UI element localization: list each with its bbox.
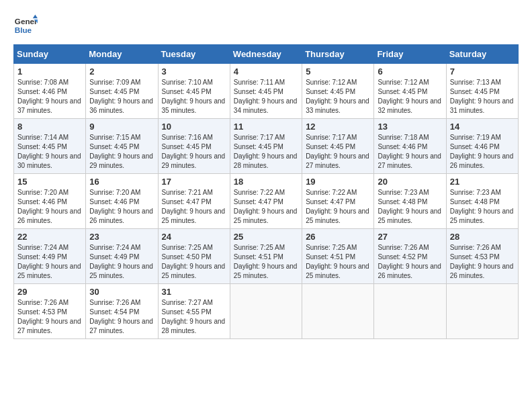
cell-text: Sunrise: 7:24 AM Sunset: 4:49 PM Dayligh… xyxy=(89,243,154,281)
cell-text: Sunrise: 7:12 AM Sunset: 4:45 PM Dayligh… xyxy=(378,78,442,116)
day-number: 9 xyxy=(89,122,154,132)
cell-text: Sunrise: 7:22 AM Sunset: 4:47 PM Dayligh… xyxy=(234,188,298,226)
day-number: 30 xyxy=(89,287,154,297)
cell-text: Sunrise: 7:12 AM Sunset: 4:45 PM Dayligh… xyxy=(306,78,370,116)
day-number: 24 xyxy=(162,232,226,242)
cell-text: Sunrise: 7:26 AM Sunset: 4:53 PM Dayligh… xyxy=(450,243,515,281)
cell-text: Sunrise: 7:17 AM Sunset: 4:45 PM Dayligh… xyxy=(234,133,298,171)
cell-text: Sunrise: 7:25 AM Sunset: 4:50 PM Dayligh… xyxy=(162,243,226,281)
week-row-5: 29 Sunrise: 7:26 AM Sunset: 4:53 PM Dayl… xyxy=(14,284,519,339)
day-number: 12 xyxy=(306,122,370,132)
day-number: 18 xyxy=(234,177,298,187)
cell-text: Sunrise: 7:15 AM Sunset: 4:45 PM Dayligh… xyxy=(89,133,154,171)
logo: General Blue xyxy=(13,13,38,38)
day-number: 17 xyxy=(162,177,226,187)
day-cell: 27 Sunrise: 7:26 AM Sunset: 4:52 PM Dayl… xyxy=(374,229,446,284)
day-number: 4 xyxy=(234,66,298,77)
day-cell: 11 Sunrise: 7:17 AM Sunset: 4:45 PM Dayl… xyxy=(230,119,302,174)
day-cell: 20 Sunrise: 7:23 AM Sunset: 4:48 PM Dayl… xyxy=(374,174,446,229)
day-cell: 13 Sunrise: 7:18 AM Sunset: 4:46 PM Dayl… xyxy=(374,119,446,174)
cell-text: Sunrise: 7:27 AM Sunset: 4:55 PM Dayligh… xyxy=(162,298,226,336)
cell-text: Sunrise: 7:23 AM Sunset: 4:48 PM Dayligh… xyxy=(378,188,442,226)
cell-text: Sunrise: 7:25 AM Sunset: 4:51 PM Dayligh… xyxy=(306,243,370,281)
header-cell-thursday: Thursday xyxy=(302,45,374,64)
day-number: 21 xyxy=(450,177,515,187)
day-cell: 4 Sunrise: 7:11 AM Sunset: 4:45 PM Dayli… xyxy=(230,64,302,119)
day-cell: 18 Sunrise: 7:22 AM Sunset: 4:47 PM Dayl… xyxy=(230,174,302,229)
cell-text: Sunrise: 7:24 AM Sunset: 4:49 PM Dayligh… xyxy=(17,243,82,281)
day-cell: 7 Sunrise: 7:13 AM Sunset: 4:45 PM Dayli… xyxy=(446,64,518,119)
day-number: 25 xyxy=(234,232,298,242)
logo-icon: General Blue xyxy=(13,13,38,38)
day-cell: 16 Sunrise: 7:20 AM Sunset: 4:46 PM Dayl… xyxy=(86,174,158,229)
day-cell: 25 Sunrise: 7:25 AM Sunset: 4:51 PM Dayl… xyxy=(230,229,302,284)
cell-text: Sunrise: 7:26 AM Sunset: 4:53 PM Dayligh… xyxy=(17,298,82,336)
day-number: 1 xyxy=(17,66,82,77)
header-cell-sunday: Sunday xyxy=(14,45,86,64)
day-number: 7 xyxy=(450,66,515,77)
day-cell: 29 Sunrise: 7:26 AM Sunset: 4:53 PM Dayl… xyxy=(14,284,86,339)
day-cell xyxy=(446,284,518,339)
week-row-1: 1 Sunrise: 7:08 AM Sunset: 4:46 PM Dayli… xyxy=(14,64,519,119)
week-row-2: 8 Sunrise: 7:14 AM Sunset: 4:45 PM Dayli… xyxy=(14,119,519,174)
day-cell: 28 Sunrise: 7:26 AM Sunset: 4:53 PM Dayl… xyxy=(446,229,518,284)
header-cell-saturday: Saturday xyxy=(446,45,518,64)
day-number: 11 xyxy=(234,122,298,132)
header-cell-tuesday: Tuesday xyxy=(158,45,230,64)
cell-text: Sunrise: 7:10 AM Sunset: 4:45 PM Dayligh… xyxy=(162,78,226,116)
day-cell: 21 Sunrise: 7:23 AM Sunset: 4:48 PM Dayl… xyxy=(446,174,518,229)
day-cell: 2 Sunrise: 7:09 AM Sunset: 4:45 PM Dayli… xyxy=(86,64,158,119)
day-cell: 24 Sunrise: 7:25 AM Sunset: 4:50 PM Dayl… xyxy=(158,229,230,284)
day-cell: 23 Sunrise: 7:24 AM Sunset: 4:49 PM Dayl… xyxy=(86,229,158,284)
day-cell: 5 Sunrise: 7:12 AM Sunset: 4:45 PM Dayli… xyxy=(302,64,374,119)
day-cell: 17 Sunrise: 7:21 AM Sunset: 4:47 PM Dayl… xyxy=(158,174,230,229)
day-number: 16 xyxy=(89,177,154,187)
week-row-4: 22 Sunrise: 7:24 AM Sunset: 4:49 PM Dayl… xyxy=(14,229,519,284)
day-number: 15 xyxy=(17,177,82,187)
cell-text: Sunrise: 7:13 AM Sunset: 4:45 PM Dayligh… xyxy=(450,78,515,116)
cell-text: Sunrise: 7:11 AM Sunset: 4:45 PM Dayligh… xyxy=(234,78,298,116)
cell-text: Sunrise: 7:23 AM Sunset: 4:48 PM Dayligh… xyxy=(450,188,515,226)
cell-text: Sunrise: 7:17 AM Sunset: 4:45 PM Dayligh… xyxy=(306,133,370,171)
day-cell: 9 Sunrise: 7:15 AM Sunset: 4:45 PM Dayli… xyxy=(86,119,158,174)
day-cell: 12 Sunrise: 7:17 AM Sunset: 4:45 PM Dayl… xyxy=(302,119,374,174)
week-row-3: 15 Sunrise: 7:20 AM Sunset: 4:46 PM Dayl… xyxy=(14,174,519,229)
day-number: 28 xyxy=(450,232,515,242)
cell-text: Sunrise: 7:08 AM Sunset: 4:46 PM Dayligh… xyxy=(17,78,82,116)
cell-text: Sunrise: 7:26 AM Sunset: 4:52 PM Dayligh… xyxy=(378,243,442,281)
day-cell: 6 Sunrise: 7:12 AM Sunset: 4:45 PM Dayli… xyxy=(374,64,446,119)
day-cell: 8 Sunrise: 7:14 AM Sunset: 4:45 PM Dayli… xyxy=(14,119,86,174)
cell-text: Sunrise: 7:20 AM Sunset: 4:46 PM Dayligh… xyxy=(89,188,154,226)
header-cell-wednesday: Wednesday xyxy=(230,45,302,64)
cell-text: Sunrise: 7:22 AM Sunset: 4:47 PM Dayligh… xyxy=(306,188,370,226)
day-cell: 3 Sunrise: 7:10 AM Sunset: 4:45 PM Dayli… xyxy=(158,64,230,119)
day-number: 5 xyxy=(306,66,370,77)
day-cell: 1 Sunrise: 7:08 AM Sunset: 4:46 PM Dayli… xyxy=(14,64,86,119)
day-cell xyxy=(374,284,446,339)
header-cell-friday: Friday xyxy=(374,45,446,64)
day-number: 10 xyxy=(162,122,226,132)
cell-text: Sunrise: 7:16 AM Sunset: 4:45 PM Dayligh… xyxy=(162,133,226,171)
day-number: 13 xyxy=(378,122,442,132)
calendar-table: SundayMondayTuesdayWednesdayThursdayFrid… xyxy=(13,44,519,339)
day-number: 8 xyxy=(17,122,82,132)
day-number: 31 xyxy=(162,287,226,297)
day-number: 19 xyxy=(306,177,370,187)
header-row: SundayMondayTuesdayWednesdayThursdayFrid… xyxy=(14,45,519,64)
cell-text: Sunrise: 7:25 AM Sunset: 4:51 PM Dayligh… xyxy=(234,243,298,281)
header-cell-monday: Monday xyxy=(86,45,158,64)
cell-text: Sunrise: 7:18 AM Sunset: 4:46 PM Dayligh… xyxy=(378,133,442,171)
day-number: 14 xyxy=(450,122,515,132)
day-cell: 22 Sunrise: 7:24 AM Sunset: 4:49 PM Dayl… xyxy=(14,229,86,284)
day-number: 6 xyxy=(378,66,442,77)
cell-text: Sunrise: 7:26 AM Sunset: 4:54 PM Dayligh… xyxy=(89,298,154,336)
cell-text: Sunrise: 7:14 AM Sunset: 4:45 PM Dayligh… xyxy=(17,133,82,171)
day-number: 23 xyxy=(89,232,154,242)
cell-text: Sunrise: 7:09 AM Sunset: 4:45 PM Dayligh… xyxy=(89,78,154,116)
day-cell: 30 Sunrise: 7:26 AM Sunset: 4:54 PM Dayl… xyxy=(86,284,158,339)
day-cell: 26 Sunrise: 7:25 AM Sunset: 4:51 PM Dayl… xyxy=(302,229,374,284)
day-cell: 15 Sunrise: 7:20 AM Sunset: 4:46 PM Dayl… xyxy=(14,174,86,229)
svg-text:Blue: Blue xyxy=(15,26,32,34)
header: General Blue xyxy=(13,13,519,38)
day-number: 27 xyxy=(378,232,442,242)
